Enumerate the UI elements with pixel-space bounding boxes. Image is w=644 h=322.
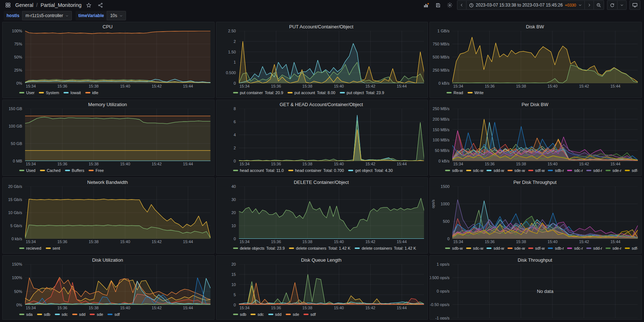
legend-item[interactable]: delete containersTotal: 1.42 K: [355, 246, 416, 250]
legend-item[interactable]: sdd-w: [486, 168, 504, 173]
legend-item[interactable]: put objectTotal: 23.9: [340, 90, 384, 95]
save-dashboard-button[interactable]: [434, 1, 443, 9]
legend-item[interactable]: sent: [46, 246, 60, 250]
panel-title[interactable]: Disk Utilization: [5, 256, 211, 264]
time-shift-back-button[interactable]: [457, 0, 466, 10]
add-panel-button[interactable]: [422, 1, 431, 9]
x-tick-label: 15:42: [365, 84, 375, 88]
dashboard-settings-gear-icon[interactable]: [445, 1, 454, 9]
breadcrumb-section[interactable]: General: [15, 2, 33, 8]
legend-item[interactable]: sdb: [37, 312, 50, 317]
legend-item[interactable]: User: [19, 90, 34, 95]
panel-title[interactable]: Per Disk Throughput: [432, 178, 638, 186]
zoom-out-time-button[interactable]: [594, 0, 604, 10]
legend-item[interactable]: sde-w: [508, 168, 525, 173]
chart-canvas[interactable]: [25, 31, 211, 83]
legend-item[interactable]: sdb-w: [445, 246, 462, 250]
legend-item[interactable]: sdc-r: [567, 168, 583, 173]
legend-item[interactable]: Buffers: [65, 168, 85, 173]
legend-item[interactable]: sdd: [72, 312, 86, 317]
time-range-picker[interactable]: 2023-03-07 15:33:38 to 2023-03-07 15:45:…: [466, 0, 585, 10]
refresh-interval-dropdown[interactable]: [617, 0, 627, 10]
legend-item[interactable]: Read: [447, 90, 463, 95]
chart-canvas[interactable]: [239, 109, 424, 161]
panel-title[interactable]: GET & HEAD Account/Container/Object: [219, 101, 424, 109]
panel-title[interactable]: Network Bandwidth: [5, 178, 211, 186]
panel-title[interactable]: PUT Account/Container/Object: [219, 23, 424, 31]
chart-canvas[interactable]: [25, 186, 211, 239]
legend-series-swatch: [447, 92, 452, 93]
legend-item[interactable]: Used: [19, 168, 36, 173]
chart-canvas[interactable]: [452, 186, 638, 239]
legend-item[interactable]: put containerTotal: 20.9: [233, 90, 283, 95]
legend-item[interactable]: delete objectsTotal: 23.9: [233, 246, 285, 250]
legend-item[interactable]: sdd: [268, 312, 282, 317]
legend-item[interactable]: sde: [286, 312, 299, 317]
legend-item[interactable]: sdc-w: [466, 168, 484, 173]
dashboards-grid-icon[interactable]: [4, 1, 12, 9]
legend-item[interactable]: sde-w: [508, 246, 525, 250]
legend-item[interactable]: sde-r: [606, 246, 621, 250]
chart-canvas[interactable]: [239, 186, 424, 239]
panel-title[interactable]: Disk Queue Length: [219, 256, 424, 264]
variable-timevariable-value-dropdown[interactable]: 10s: [107, 11, 126, 20]
legend-item[interactable]: sdc: [55, 312, 68, 317]
time-shift-forward-button[interactable]: [585, 0, 594, 10]
panel-title[interactable]: Per Disk BW: [432, 101, 638, 109]
legend-item[interactable]: sdf: [303, 312, 316, 317]
legend-series-swatch: [46, 247, 51, 249]
legend-item[interactable]: sdf-r: [625, 168, 638, 173]
legend-item[interactable]: put accountTotal: 8.00: [288, 90, 335, 95]
legend-item[interactable]: idle: [85, 90, 98, 95]
legend-item[interactable]: sde: [90, 312, 103, 317]
legend-item[interactable]: Cached: [40, 168, 61, 173]
legend-item[interactable]: Free: [89, 168, 104, 173]
legend-item[interactable]: sdc: [250, 312, 264, 317]
legend-item[interactable]: sdb-r: [548, 246, 564, 250]
variable-hostls-value-dropdown[interactable]: m-r1z1s5-controller: [22, 11, 72, 20]
chart-canvas[interactable]: [452, 31, 638, 83]
legend-item[interactable]: get objectTotal: 4.30: [348, 168, 392, 173]
chart-canvas[interactable]: [452, 109, 638, 161]
legend-item[interactable]: Write: [468, 90, 484, 95]
panel-title[interactable]: CPU: [5, 23, 211, 31]
plot-row: 2.5021.5010.5000: [219, 31, 424, 83]
x-tick-label: 15:34: [453, 84, 463, 88]
refresh-dashboard-button[interactable]: [607, 0, 617, 10]
legend-item[interactable]: sdd-r: [586, 246, 602, 250]
legend-item[interactable]: sdd-r: [586, 168, 602, 173]
chart-canvas[interactable]: [25, 264, 211, 305]
legend-item[interactable]: sdf-r: [625, 246, 638, 250]
legend-item[interactable]: sdb-r: [548, 168, 564, 173]
legend-item[interactable]: delete containersTotal: 1.42 K: [289, 246, 350, 250]
legend-item[interactable]: System: [39, 90, 59, 95]
panel-title[interactable]: Disk BW: [432, 23, 638, 31]
chart-canvas[interactable]: No data: [452, 264, 638, 318]
panel-title[interactable]: Memory Utilization: [5, 101, 211, 109]
legend-item[interactable]: sdd-w: [486, 246, 504, 250]
legend-item[interactable]: sdb-w: [445, 168, 462, 173]
legend-item[interactable]: sde-r: [606, 168, 621, 173]
cycle-view-mode-button[interactable]: [629, 0, 640, 10]
legend-item[interactable]: head containerTotal: 0.700: [288, 168, 344, 173]
chart-canvas[interactable]: [239, 31, 424, 83]
breadcrumb-dashboard-title[interactable]: Partial_Monitoring: [41, 2, 82, 8]
legend-item[interactable]: recieved: [19, 246, 41, 250]
legend-item[interactable]: sda: [19, 312, 33, 317]
legend-item[interactable]: sdc-w: [466, 246, 484, 250]
share-icon[interactable]: [96, 1, 105, 9]
legend-item[interactable]: sdf-w: [528, 168, 545, 173]
panel-title[interactable]: Disk Throughput: [432, 256, 638, 264]
star-icon[interactable]: [85, 1, 93, 9]
legend-item[interactable]: sdb: [233, 312, 246, 317]
legend-item[interactable]: Iowait: [64, 90, 81, 95]
legend-item[interactable]: sdf-w: [528, 246, 545, 250]
y-tick-label: 750 MB/s: [433, 42, 449, 46]
legend-item[interactable]: sdf: [107, 312, 120, 317]
panel-title[interactable]: DELETE Container/Object: [219, 178, 424, 186]
chart-canvas[interactable]: [25, 109, 211, 161]
chart-canvas[interactable]: [239, 264, 424, 305]
legend-item[interactable]: sdc-r: [567, 246, 583, 250]
legend-item[interactable]: head accountTotal: 11.0: [233, 168, 284, 173]
legend-series-swatch: [468, 92, 473, 93]
